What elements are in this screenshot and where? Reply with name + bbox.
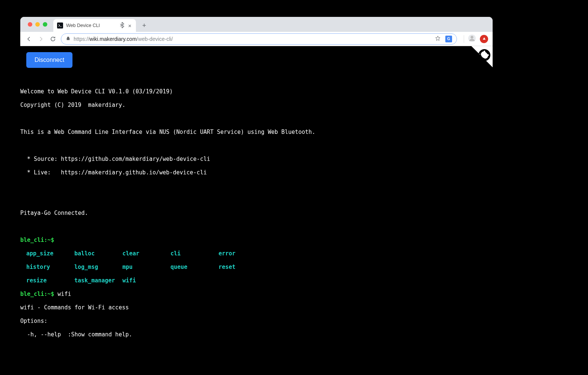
tab-title: Web Device CLI xyxy=(66,23,117,28)
url-path: /web-device-cli/ xyxy=(137,36,173,42)
cmd-item: app_size xyxy=(26,250,74,257)
wifi-help-line: -h, --help :Show command help. xyxy=(20,331,493,338)
cmd-item: resize xyxy=(26,277,74,284)
github-corner-link[interactable] xyxy=(463,46,493,76)
back-button[interactable] xyxy=(25,35,33,43)
prompt: ble_cli:~$ xyxy=(20,291,54,297)
term-blank xyxy=(20,223,493,230)
browser-tab[interactable]: Web Device CLI × xyxy=(53,19,136,32)
reload-button[interactable] xyxy=(49,35,57,43)
cmd-item: clear xyxy=(122,250,170,257)
term-blank xyxy=(20,196,493,203)
term-source: * Source: https://github.com/makerdiary/… xyxy=(20,156,493,162)
term-prompt-wifi: ble_cli:~$ wifi xyxy=(20,291,493,297)
tab-strip: Web Device CLI × + xyxy=(20,17,493,32)
forward-button[interactable] xyxy=(37,35,45,43)
disconnect-button[interactable]: Disconnect xyxy=(26,52,72,68)
url-protocol: https:// xyxy=(74,36,89,42)
term-copyright: Copyright (C) 2019 makerdiary. xyxy=(20,102,493,108)
new-tab-button[interactable]: + xyxy=(139,20,149,31)
cmd-item: log_msg xyxy=(74,264,122,270)
wifi-help-line: wifi - Commands for Wi-Fi access xyxy=(20,304,493,311)
term-desc: This is a Web Command Line Interface via… xyxy=(20,129,493,135)
term-prompt-empty: ble_cli:~$ xyxy=(20,237,493,243)
window-maximize-button[interactable] xyxy=(43,22,47,27)
cmd-list-row: resizetask_managerwifi xyxy=(20,277,493,284)
cmd-item: cli xyxy=(170,250,219,257)
url-text: https://wiki.makerdiary.com/web-device-c… xyxy=(74,36,173,42)
typed-command: wifi xyxy=(54,291,71,297)
wifi-help-line: Options: xyxy=(20,318,493,324)
profile-avatar-icon[interactable] xyxy=(468,34,476,44)
cmd-item: error xyxy=(219,250,267,257)
browser-window: Web Device CLI × + https://wiki.makerdia… xyxy=(20,17,493,343)
cmd-item: wifi xyxy=(122,277,170,284)
browser-toolbar: https://wiki.makerdiary.com/web-device-c… xyxy=(20,32,493,46)
cmd-item: history xyxy=(26,264,74,270)
prompt: ble_cli:~$ xyxy=(20,237,54,243)
term-connected: Pitaya-Go Connected. xyxy=(20,210,493,216)
toolbar-divider xyxy=(464,35,464,43)
window-minimize-button[interactable] xyxy=(35,22,40,27)
address-bar[interactable]: https://wiki.makerdiary.com/web-device-c… xyxy=(61,33,457,45)
extension-icon[interactable] xyxy=(480,35,488,43)
term-welcome: Welcome to Web Device CLI V0.1.0 (03/19/… xyxy=(20,88,493,95)
cmd-item: reset xyxy=(219,264,267,270)
toolbar-right xyxy=(464,34,488,44)
translate-icon[interactable]: G xyxy=(445,36,452,42)
lock-icon xyxy=(66,36,71,42)
cmd-item: mpu xyxy=(122,264,170,270)
tab-close-button[interactable]: × xyxy=(127,22,132,29)
terminal-output[interactable]: Welcome to Web Device CLI V0.1.0 (03/19/… xyxy=(20,81,493,343)
bluetooth-indicator-icon xyxy=(120,22,124,29)
term-blank xyxy=(20,183,493,189)
bookmark-star-icon[interactable] xyxy=(435,35,441,42)
term-blank xyxy=(20,115,493,122)
cmd-item: balloc xyxy=(74,250,122,257)
url-host: wiki.makerdiary.com xyxy=(89,36,137,42)
cmd-list-row: app_sizeballocclearclierror xyxy=(20,250,493,257)
window-close-button[interactable] xyxy=(28,22,32,27)
cmd-list-row: historylog_msgmpuqueuereset xyxy=(20,264,493,270)
svg-point-1 xyxy=(470,36,473,38)
term-live: * Live: https://makerdiary.github.io/web… xyxy=(20,169,493,176)
window-controls xyxy=(24,17,51,32)
cmd-item: queue xyxy=(170,264,219,270)
cmd-item: task_manager xyxy=(74,277,122,284)
page-content: Disconnect Welcome to Web Device CLI V0.… xyxy=(20,46,493,343)
term-blank xyxy=(20,142,493,149)
favicon-terminal-icon xyxy=(57,22,63,28)
